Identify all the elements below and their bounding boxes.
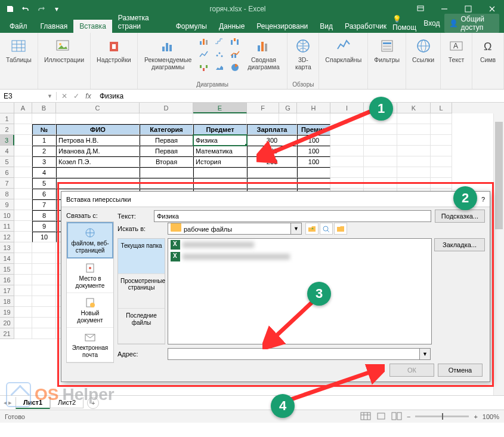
win-loss-chart-icon[interactable] bbox=[197, 61, 211, 73]
normal-view-icon[interactable] bbox=[360, 412, 371, 421]
quick-access-toolbar: ▾ bbox=[0, 2, 67, 16]
bar-chart-icon[interactable] bbox=[197, 35, 211, 47]
link-to-file-web[interactable]: файлом, веб-страницей bbox=[67, 222, 113, 258]
svg-rect-10 bbox=[203, 39, 205, 45]
scatter-chart-icon[interactable] bbox=[213, 48, 226, 60]
pivot-chart-button[interactable]: Сводная диаграмма bbox=[244, 35, 284, 72]
link-to-new-doc[interactable]: Новый документ bbox=[67, 293, 113, 328]
address-input[interactable] bbox=[168, 348, 420, 360]
zoom-out-icon[interactable]: − bbox=[407, 413, 410, 420]
page-layout-view-icon[interactable] bbox=[376, 412, 386, 421]
screentip-button[interactable]: Подсказка... bbox=[435, 210, 485, 223]
dialog-help-icon[interactable]: ? bbox=[481, 196, 485, 203]
browse-tab-current[interactable]: Текущая папка bbox=[118, 239, 165, 274]
ok-button[interactable]: ОК bbox=[389, 364, 434, 377]
svg-text:A: A bbox=[453, 42, 458, 50]
sparklines-button[interactable]: Спарклайны bbox=[323, 35, 364, 65]
tab-developer[interactable]: Разработчик bbox=[339, 20, 392, 33]
picture-icon bbox=[54, 36, 73, 56]
zoom-slider[interactable] bbox=[415, 416, 469, 417]
qat-customize-icon[interactable]: ▾ bbox=[50, 2, 63, 16]
excel-file-icon bbox=[171, 252, 180, 261]
login-link[interactable]: Вход bbox=[423, 19, 440, 27]
share-icon: 👤 bbox=[449, 19, 458, 27]
hierarchy-chart-icon[interactable] bbox=[213, 35, 226, 47]
addins-button[interactable]: Надстройки bbox=[94, 35, 134, 65]
line-chart-icon[interactable] bbox=[197, 48, 211, 60]
link-to-place[interactable]: Место в документе bbox=[67, 258, 113, 293]
vertical-scrollbar[interactable] bbox=[493, 113, 504, 395]
redo-icon[interactable] bbox=[35, 2, 48, 16]
surface-chart-icon[interactable] bbox=[213, 61, 226, 73]
cancel-button[interactable]: Отмена bbox=[438, 364, 483, 377]
svg-rect-29 bbox=[383, 42, 391, 44]
tab-review[interactable]: Рецензировани bbox=[251, 20, 314, 33]
combo-chart-icon[interactable] bbox=[228, 48, 242, 60]
tell-me-icon[interactable]: 💡 Помощ bbox=[392, 15, 419, 32]
tables-button[interactable]: Таблицы bbox=[4, 35, 34, 65]
zoom-in-icon[interactable]: + bbox=[474, 413, 477, 420]
tab-home[interactable]: Главная bbox=[35, 20, 74, 33]
chevron-down-icon[interactable]: ▼ bbox=[291, 223, 302, 235]
svg-rect-26 bbox=[265, 44, 267, 51]
symbols-button[interactable]: ΩСимв bbox=[476, 35, 500, 65]
share-button[interactable]: 👤 Общий доступ bbox=[444, 14, 499, 33]
tab-data[interactable]: Данные bbox=[213, 20, 251, 33]
waterfall-chart-icon[interactable] bbox=[228, 35, 242, 47]
list-item bbox=[168, 239, 431, 251]
3d-map-button[interactable]: 3D-карта bbox=[291, 35, 315, 72]
lookin-label: Искать в: bbox=[118, 225, 164, 232]
fx-icon[interactable]: fx bbox=[83, 92, 94, 100]
tab-formulas[interactable]: Формулы bbox=[170, 20, 213, 33]
new-doc-icon bbox=[83, 297, 97, 309]
svg-rect-25 bbox=[261, 42, 264, 51]
svg-rect-3 bbox=[12, 41, 25, 51]
lookin-combo[interactable]: рабочие файлы bbox=[168, 223, 291, 235]
tab-file[interactable]: Файл bbox=[2, 20, 35, 33]
bookmark-button[interactable]: Закладка... bbox=[434, 238, 485, 251]
table-icon bbox=[9, 36, 28, 56]
chevron-down-icon[interactable]: ▼ bbox=[420, 348, 431, 360]
row-headers[interactable]: 123456789101112131415161718192021 bbox=[0, 113, 14, 339]
svg-rect-31 bbox=[383, 48, 391, 50]
recommended-chart-icon bbox=[159, 36, 178, 56]
undo-icon[interactable] bbox=[19, 2, 32, 16]
address-label: Адрес: bbox=[118, 350, 164, 358]
svg-rect-7 bbox=[166, 43, 168, 51]
links-button[interactable]: Ссылки bbox=[410, 35, 437, 65]
textbox-icon: A bbox=[447, 36, 466, 56]
recommended-charts-button[interactable]: Рекомендуемые диаграммы bbox=[141, 35, 195, 72]
svg-point-17 bbox=[221, 56, 222, 57]
browse-file-icon[interactable] bbox=[334, 223, 347, 235]
filters-button[interactable]: Фильтры bbox=[372, 35, 402, 65]
cancel-formula-icon[interactable]: ✕ bbox=[59, 92, 70, 100]
zoom-level[interactable]: 100% bbox=[483, 413, 499, 420]
text-input[interactable] bbox=[154, 210, 431, 222]
svg-point-5 bbox=[59, 43, 61, 45]
link-to-email[interactable]: Электронная почта bbox=[67, 328, 113, 362]
pivot-chart-icon bbox=[254, 36, 273, 56]
browse-tab-browsed[interactable]: Просмотренные страницы bbox=[118, 274, 165, 309]
page-break-view-icon[interactable] bbox=[391, 412, 402, 421]
text-button[interactable]: AТекст bbox=[444, 35, 468, 65]
browse-web-icon[interactable] bbox=[320, 223, 333, 235]
tab-layout[interactable]: Разметка страни bbox=[112, 11, 170, 33]
enter-formula-icon[interactable]: ✓ bbox=[71, 92, 82, 100]
tab-insert[interactable]: Вставка bbox=[73, 20, 112, 33]
save-icon[interactable] bbox=[4, 2, 17, 16]
up-folder-icon[interactable] bbox=[305, 223, 319, 235]
illustrations-button[interactable]: Иллюстрации bbox=[42, 35, 86, 65]
formula-input[interactable]: Физика bbox=[96, 92, 504, 100]
watermark: OSHelper bbox=[6, 382, 115, 407]
tab-view[interactable]: Вид bbox=[314, 20, 339, 33]
link-to-panel: файлом, веб-страницей Место в документе … bbox=[66, 221, 114, 363]
svg-line-48 bbox=[327, 230, 329, 232]
column-headers[interactable]: ABCDEFGHIJKL bbox=[14, 103, 504, 113]
store-icon bbox=[104, 36, 123, 56]
select-all-corner[interactable] bbox=[0, 103, 14, 113]
globe-icon bbox=[293, 36, 313, 56]
pie-chart-icon[interactable] bbox=[228, 61, 242, 73]
name-box[interactable]: E3▼ bbox=[0, 92, 57, 100]
browse-tab-recent[interactable]: Последние файлы bbox=[118, 309, 165, 344]
file-list[interactable] bbox=[168, 238, 432, 344]
